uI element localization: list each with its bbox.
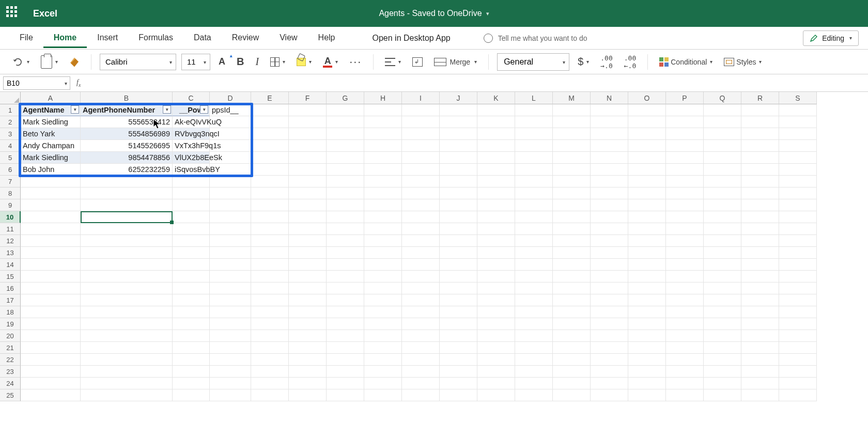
cell[interactable] bbox=[628, 128, 666, 140]
row-header[interactable]: 10 bbox=[0, 211, 21, 223]
cell[interactable] bbox=[704, 318, 741, 330]
filter-dropdown-icon[interactable]: ▾ bbox=[200, 105, 208, 114]
cell[interactable] bbox=[741, 176, 779, 187]
cell[interactable]: Beto Yark bbox=[21, 128, 81, 140]
cell[interactable]: 5556532412 bbox=[81, 116, 173, 128]
bold-button[interactable]: B bbox=[234, 54, 247, 70]
cell[interactable] bbox=[779, 342, 817, 354]
font-color-button[interactable]: A▾ bbox=[320, 54, 341, 70]
tab-review[interactable]: Review bbox=[222, 28, 269, 48]
cell[interactable] bbox=[210, 378, 251, 389]
cell[interactable] bbox=[515, 318, 553, 330]
cell[interactable] bbox=[666, 366, 704, 378]
cell[interactable] bbox=[591, 259, 628, 271]
filter-dropdown-icon[interactable]: ▾ bbox=[71, 105, 79, 114]
col-header[interactable]: E bbox=[251, 92, 289, 104]
cell[interactable] bbox=[440, 378, 477, 389]
cell[interactable] bbox=[364, 164, 402, 176]
col-header[interactable]: H bbox=[364, 92, 402, 104]
cell[interactable] bbox=[515, 199, 553, 211]
number-format-select[interactable] bbox=[497, 53, 569, 71]
cell[interactable] bbox=[779, 271, 817, 283]
cell[interactable] bbox=[779, 235, 817, 247]
cell[interactable] bbox=[591, 152, 628, 164]
cell[interactable] bbox=[173, 330, 210, 342]
cell[interactable] bbox=[628, 318, 666, 330]
cell[interactable] bbox=[402, 176, 440, 187]
cell[interactable] bbox=[741, 283, 779, 294]
cell[interactable] bbox=[440, 199, 477, 211]
cell[interactable] bbox=[364, 235, 402, 247]
cell[interactable] bbox=[666, 306, 704, 318]
cell[interactable] bbox=[251, 235, 289, 247]
cell[interactable] bbox=[81, 199, 173, 211]
cell[interactable] bbox=[666, 283, 704, 294]
cell[interactable] bbox=[666, 342, 704, 354]
cell[interactable] bbox=[704, 187, 741, 199]
filter-dropdown-icon[interactable]: ▾ bbox=[163, 105, 171, 114]
cell[interactable] bbox=[440, 128, 477, 140]
cell[interactable] bbox=[628, 187, 666, 199]
cell[interactable] bbox=[477, 199, 515, 211]
cell[interactable] bbox=[289, 235, 327, 247]
cell[interactable] bbox=[666, 294, 704, 306]
cell[interactable] bbox=[251, 318, 289, 330]
cell[interactable] bbox=[289, 366, 327, 378]
cell[interactable] bbox=[173, 223, 210, 235]
cell[interactable] bbox=[553, 283, 591, 294]
cell[interactable] bbox=[741, 223, 779, 235]
cell[interactable] bbox=[515, 247, 553, 259]
row-header[interactable]: 18 bbox=[0, 306, 21, 318]
cell[interactable] bbox=[628, 211, 666, 223]
cell[interactable] bbox=[21, 223, 81, 235]
cell[interactable] bbox=[210, 366, 251, 378]
cell[interactable] bbox=[289, 283, 327, 294]
cell[interactable]: Ak-eQIvVKuQ bbox=[173, 116, 210, 128]
cell[interactable] bbox=[628, 354, 666, 366]
cell[interactable] bbox=[251, 283, 289, 294]
alignment-button[interactable]: ▾ bbox=[382, 56, 404, 68]
cell[interactable] bbox=[210, 199, 251, 211]
cell[interactable] bbox=[21, 199, 81, 211]
cell[interactable] bbox=[477, 306, 515, 318]
cell[interactable] bbox=[553, 164, 591, 176]
cell[interactable] bbox=[779, 164, 817, 176]
cell[interactable] bbox=[477, 116, 515, 128]
cell[interactable] bbox=[553, 152, 591, 164]
cell[interactable] bbox=[553, 389, 591, 401]
row-header[interactable]: 15 bbox=[0, 271, 21, 283]
cell[interactable] bbox=[779, 128, 817, 140]
cell[interactable] bbox=[402, 330, 440, 342]
cell[interactable] bbox=[628, 176, 666, 187]
col-header[interactable]: D bbox=[210, 92, 251, 104]
cell[interactable] bbox=[440, 283, 477, 294]
cell[interactable] bbox=[327, 164, 364, 176]
cell[interactable] bbox=[327, 306, 364, 318]
cell[interactable] bbox=[553, 330, 591, 342]
cell[interactable] bbox=[173, 187, 210, 199]
cell[interactable] bbox=[327, 199, 364, 211]
cell[interactable] bbox=[289, 318, 327, 330]
cell[interactable] bbox=[440, 176, 477, 187]
cell[interactable] bbox=[515, 152, 553, 164]
cell[interactable] bbox=[515, 223, 553, 235]
col-header[interactable]: G bbox=[327, 92, 364, 104]
cell[interactable] bbox=[364, 187, 402, 199]
cell[interactable] bbox=[515, 378, 553, 389]
cell[interactable] bbox=[210, 389, 251, 401]
cell[interactable] bbox=[440, 366, 477, 378]
cell[interactable] bbox=[327, 223, 364, 235]
cell[interactable] bbox=[289, 187, 327, 199]
cell[interactable] bbox=[741, 354, 779, 366]
cell[interactable] bbox=[666, 354, 704, 366]
cell[interactable] bbox=[440, 247, 477, 259]
cell[interactable] bbox=[327, 104, 364, 116]
cell[interactable] bbox=[402, 235, 440, 247]
cell[interactable] bbox=[666, 128, 704, 140]
cell[interactable] bbox=[21, 187, 81, 199]
cell[interactable] bbox=[704, 330, 741, 342]
cell[interactable]: ppsId__ bbox=[210, 104, 251, 116]
cell[interactable] bbox=[591, 389, 628, 401]
cell[interactable] bbox=[666, 389, 704, 401]
cell[interactable] bbox=[591, 223, 628, 235]
